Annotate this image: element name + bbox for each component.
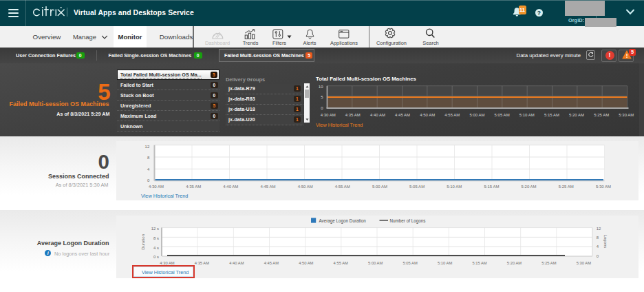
svg-text:5:25 AM: 5:25 AM <box>594 113 609 117</box>
svg-text:10: 10 <box>319 85 323 89</box>
svg-text:5:10 AM: 5:10 AM <box>438 261 452 265</box>
svg-text:5:20 AM: 5:20 AM <box>507 261 522 265</box>
svg-text:Duration: Duration <box>142 234 146 250</box>
svg-text:5:20 AM: 5:20 AM <box>569 113 584 117</box>
svg-text:4:35 AM: 4:35 AM <box>186 185 201 189</box>
svg-text:4:45 AM: 4:45 AM <box>395 113 410 117</box>
svg-text:5:30 AM: 5:30 AM <box>596 185 611 189</box>
svg-text:0: 0 <box>597 254 599 258</box>
svg-text:4:55 AM: 4:55 AM <box>334 261 348 265</box>
svg-text:12: 12 <box>145 145 150 149</box>
svg-text:5:10 AM: 5:10 AM <box>519 113 535 117</box>
svg-text:8 s: 8 s <box>153 236 159 240</box>
svg-text:Logons: Logons <box>603 235 608 249</box>
svg-text:12 s: 12 s <box>151 227 159 231</box>
svg-text:12: 12 <box>597 227 601 231</box>
svg-text:5:15 AM: 5:15 AM <box>484 185 499 189</box>
svg-text:5:05 AM: 5:05 AM <box>409 185 425 189</box>
svg-text:4 s: 4 s <box>153 246 159 250</box>
svg-text:4:40 AM: 4:40 AM <box>223 185 238 189</box>
svg-text:4:35 AM: 4:35 AM <box>345 113 361 117</box>
svg-text:4:45 AM: 4:45 AM <box>260 185 275 189</box>
svg-text:5:30 AM: 5:30 AM <box>577 261 591 265</box>
svg-text:4:40 AM: 4:40 AM <box>370 113 385 117</box>
svg-text:4: 4 <box>147 167 150 171</box>
svg-text:5:05 AM: 5:05 AM <box>495 113 510 117</box>
svg-text:4:40 AM: 4:40 AM <box>229 261 244 265</box>
svg-text:5:00 AM: 5:00 AM <box>372 185 387 189</box>
svg-text:4:30 AM: 4:30 AM <box>321 113 336 117</box>
svg-text:0 s: 0 s <box>153 255 159 259</box>
svg-text:5:25 AM: 5:25 AM <box>541 261 556 265</box>
svg-text:Average Logon Duration: Average Logon Duration <box>319 218 367 224</box>
svg-text:4:55 AM: 4:55 AM <box>444 113 460 117</box>
svg-text:4:30 AM: 4:30 AM <box>149 185 164 189</box>
svg-text:5:15 AM: 5:15 AM <box>544 113 559 117</box>
svg-text:0: 0 <box>147 178 150 182</box>
svg-text:4:50 AM: 4:50 AM <box>420 113 435 117</box>
svg-text:4:50 AM: 4:50 AM <box>298 185 313 189</box>
svg-text:Number of Logons: Number of Logons <box>390 218 426 224</box>
svg-text:4:55 AM: 4:55 AM <box>335 185 350 189</box>
svg-text:8: 8 <box>147 156 150 160</box>
svg-text:4:35 AM: 4:35 AM <box>195 261 209 265</box>
svg-text:4:50 AM: 4:50 AM <box>299 261 313 265</box>
svg-text:5: 5 <box>321 95 323 99</box>
svg-text:5:15 AM: 5:15 AM <box>472 261 486 265</box>
svg-text:5:00 AM: 5:00 AM <box>368 261 383 265</box>
svg-text:0: 0 <box>321 106 323 110</box>
svg-text:4: 4 <box>597 244 599 249</box>
svg-text:5:00 AM: 5:00 AM <box>469 113 484 117</box>
svg-text:4:45 AM: 4:45 AM <box>264 261 279 265</box>
svg-text:5:25 AM: 5:25 AM <box>559 185 574 189</box>
svg-text:5:30 AM: 5:30 AM <box>619 113 634 117</box>
svg-text:8: 8 <box>597 236 599 240</box>
svg-text:5:20 AM: 5:20 AM <box>522 185 537 189</box>
svg-text:5:10 AM: 5:10 AM <box>447 185 462 189</box>
svg-text:5:05 AM: 5:05 AM <box>403 261 418 265</box>
